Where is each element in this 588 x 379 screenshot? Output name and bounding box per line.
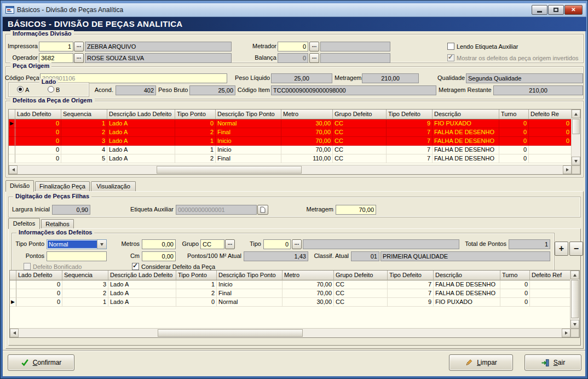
grid-cell[interactable]: 0	[16, 289, 62, 298]
tipo-browse-button[interactable]: ...	[292, 239, 302, 249]
tipo-ponto-select[interactable]: Normal	[47, 239, 107, 249]
grid-cell[interactable]: 7	[388, 280, 434, 289]
metragem-filha-input[interactable]	[336, 205, 376, 215]
grid-cell[interactable]: Lado A	[108, 289, 176, 298]
grid-cell[interactable]: 0	[499, 137, 529, 146]
grid-cell[interactable]: 0	[500, 289, 530, 298]
grupo-input[interactable]	[200, 239, 224, 249]
grid-cell[interactable]: 7	[387, 146, 433, 154]
tipo-input[interactable]	[263, 239, 291, 249]
grid-cell[interactable]: 0	[15, 146, 61, 154]
grid-cell[interactable]: 1	[175, 146, 216, 154]
grid-cell[interactable]: 0	[500, 298, 530, 307]
column-header[interactable]: Tipo Ponto	[176, 271, 217, 280]
horizontal-scrollbar[interactable]	[9, 165, 572, 174]
lendo-etiqueta-checkbox[interactable]	[447, 43, 454, 50]
metros-input[interactable]	[142, 239, 176, 249]
grid-cell[interactable]	[529, 146, 572, 154]
grid-cell[interactable]: FALHA DE DESENHO	[434, 289, 500, 298]
column-header[interactable]: Sequencia	[62, 271, 108, 280]
scrollbar-thumb[interactable]	[157, 166, 302, 174]
metrador-input[interactable]	[278, 42, 308, 51]
scroll-left-icon[interactable]	[9, 165, 18, 174]
scroll-left-icon[interactable]	[10, 329, 19, 337]
cm-input[interactable]	[142, 251, 176, 261]
grid-cell[interactable]: Normal	[217, 298, 283, 307]
grid-cell[interactable]: 9	[388, 298, 434, 307]
grid-cell[interactable]: CC	[334, 280, 388, 289]
grid-cell[interactable]: Inicio	[216, 137, 281, 146]
column-header[interactable]: Tipo Defeito	[388, 271, 434, 280]
column-header[interactable]: Descrição Lado Defeito	[108, 271, 176, 280]
grid-cell[interactable]: Lado A	[108, 298, 176, 307]
scroll-right-icon[interactable]	[563, 165, 572, 174]
tab-retalhos[interactable]: Retalhos	[41, 219, 74, 228]
grid-cell[interactable]: 2	[175, 154, 216, 163]
grid-cell[interactable]: 70,00	[281, 128, 333, 137]
grid-cell[interactable]: 0	[15, 119, 61, 128]
grid-cell[interactable]: CC	[334, 298, 388, 307]
grid-cell[interactable]: 0	[175, 119, 216, 128]
grid-cell[interactable]: Normal	[216, 119, 281, 128]
column-header[interactable]: Tipo Defeito	[387, 110, 433, 119]
column-header[interactable]: Grupo Defeito	[334, 271, 388, 280]
column-header[interactable]: Lado Defeito	[15, 110, 61, 119]
grid-cell[interactable]: Final	[216, 154, 281, 163]
grid-cell[interactable]: 0	[529, 119, 572, 128]
considerar-defeito-checkbox[interactable]	[132, 263, 139, 270]
grid-cell[interactable]: 70,00	[281, 146, 333, 154]
maximize-button[interactable]	[548, 5, 564, 15]
lado-a-radio[interactable]	[17, 86, 24, 93]
column-header[interactable]: Descrição	[434, 271, 500, 280]
grid-cell[interactable]: FALHA DE DESENHO	[433, 137, 499, 146]
pontos-input[interactable]	[47, 251, 107, 261]
title-bar[interactable]: Básicos - Divisão de Peças Analítica	[2, 3, 586, 17]
grid-cell[interactable]: CC	[334, 289, 388, 298]
grid-cell[interactable]: CC	[333, 154, 387, 163]
grid-cell[interactable]: Lado A	[107, 146, 175, 154]
impressora-browse-button[interactable]: ...	[74, 42, 84, 51]
limpar-button[interactable]: Limpar	[449, 354, 513, 371]
column-header[interactable]: Metro	[281, 110, 333, 119]
grid-cell[interactable]: FALHA DE DESENHO	[433, 146, 499, 154]
grid-cell[interactable]: CC	[333, 146, 387, 154]
grid-cell[interactable]: 30,00	[281, 119, 333, 128]
grid-cell[interactable]: 1	[61, 119, 107, 128]
chevron-down-icon[interactable]	[97, 240, 106, 249]
grid-cell[interactable]: 1	[176, 280, 217, 289]
grid-cell[interactable]: 3	[61, 137, 107, 146]
operador-input[interactable]	[39, 53, 73, 63]
grid-cell[interactable]: FALHA DE DESENHO	[434, 280, 500, 289]
grid-cell[interactable]: 7	[387, 128, 433, 137]
column-header[interactable]: Sequencia	[61, 110, 107, 119]
column-header[interactable]: Defeito Ref	[530, 271, 573, 280]
vertical-scrollbar[interactable]	[571, 110, 580, 165]
grid-cell[interactable]: 70,00	[281, 137, 333, 146]
scroll-up-icon[interactable]	[572, 110, 580, 118]
grid-cell[interactable]	[530, 298, 573, 307]
scroll-right-icon[interactable]	[562, 329, 570, 337]
grid-cell[interactable]: 0	[499, 119, 529, 128]
grid-row[interactable]: 04Lado A1Inicio70,00CC7FALHA DE DESENHO0	[9, 146, 580, 154]
grid-cell[interactable]: 1	[62, 298, 108, 307]
grid-cell[interactable]: 0	[15, 154, 61, 163]
tab-defeitos[interactable]: Defeitos	[8, 218, 40, 229]
grid-cell[interactable]: 0	[499, 146, 529, 154]
grid-cell[interactable]: 0	[15, 128, 61, 137]
tab-divisao[interactable]: Divisão	[5, 180, 34, 192]
tab-visualizacao[interactable]: Visualização	[91, 181, 136, 191]
origin-defects-grid[interactable]: Lado DefeitoSequenciaDescrição Lado Defe…	[8, 109, 581, 175]
tab-finalizacao-peca[interactable]: Finalização Peça	[35, 181, 90, 191]
grupo-browse-button[interactable]: ...	[225, 239, 235, 249]
column-header[interactable]: Descrição Lado Defeito	[107, 110, 175, 119]
grid-cell[interactable]: Lado A	[107, 137, 175, 146]
grid-cell[interactable]: 9	[387, 119, 433, 128]
grid-cell[interactable]: Lado A	[107, 154, 175, 163]
grid-cell[interactable]: 0	[176, 298, 217, 307]
column-header[interactable]: Metro	[283, 271, 334, 280]
grid-cell[interactable]: Final	[217, 289, 283, 298]
scroll-down-icon[interactable]	[570, 320, 579, 329]
impressora-input[interactable]	[39, 42, 73, 51]
grid-cell[interactable]	[530, 280, 573, 289]
scrollbar-thumb[interactable]	[571, 280, 579, 318]
